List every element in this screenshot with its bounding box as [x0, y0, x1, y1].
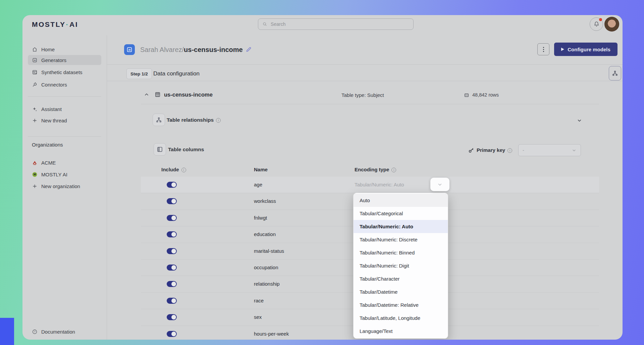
organizations-heading: Organizations [32, 142, 63, 148]
encoding-dropdown-trigger[interactable] [430, 178, 449, 191]
sidebar-item-connectors[interactable]: Connectors [28, 79, 101, 90]
connectors-icon [32, 82, 38, 88]
table-relationships-label: Table relationshipsi [167, 117, 221, 123]
include-toggle[interactable] [167, 298, 177, 304]
row-count-label: 48,842 rows [472, 92, 499, 98]
sidebar-item-home[interactable]: Home [28, 44, 101, 54]
table-relationships-text: Table relationships [167, 117, 214, 123]
collapse-table-icon[interactable] [144, 92, 150, 98]
page-title: Data configuration [153, 70, 200, 77]
relationships-icon-box [153, 114, 165, 126]
svg-text:?: ? [34, 330, 36, 333]
sidebar-item-label: Synthetic datasets [41, 69, 83, 75]
primary-key-value: - [523, 148, 524, 153]
chevron-down-icon [437, 182, 443, 187]
sidebar-item-label: Generators [41, 57, 66, 63]
encoding-option-tabular-numeric-digit[interactable]: Tabular/Numeric: Digit [354, 259, 448, 272]
encoding-column-header: Encoding typei [355, 167, 396, 172]
sidebar-item-new-thread[interactable]: New thread [28, 115, 101, 125]
primary-key-select[interactable]: - [518, 144, 581, 156]
encoding-option-tabular-datetime[interactable]: Tabular/Datetime [354, 285, 448, 298]
bell-icon [593, 21, 600, 28]
search-input[interactable] [271, 21, 409, 27]
logo-dot: · [66, 20, 70, 28]
include-toggle[interactable] [167, 265, 177, 271]
step-divider [107, 81, 623, 81]
sidebar-item-documentation[interactable]: ?Documentation [28, 327, 101, 337]
sidebar-item-mostly-ai[interactable]: MMOSTLY AI [28, 169, 101, 179]
column-name: workclass [254, 198, 276, 204]
encoding-option-tabular-latitude-longitude[interactable]: Tabular/Latitude, Longitude [354, 311, 448, 325]
desktop-accent-square [0, 318, 14, 345]
generator-type-chip: AI [124, 44, 135, 55]
more-actions-button[interactable] [537, 43, 549, 55]
table-section-divider [141, 104, 599, 104]
column-name: relationship [254, 281, 280, 287]
encoding-option-tabular-character[interactable]: Tabular/Character [354, 272, 448, 285]
encoding-option-tabular-numeric-binned[interactable]: Tabular/Numeric: Binned [354, 246, 448, 259]
sidebar-divider [28, 136, 101, 137]
table-icon [155, 92, 161, 98]
info-icon[interactable]: i [216, 118, 221, 123]
header-divider [107, 64, 623, 65]
ai-chip-icon: AI [126, 46, 133, 53]
encoding-option-language-text[interactable]: Language/Text [354, 325, 448, 338]
table-name: us-census-income [164, 92, 213, 98]
info-icon[interactable]: i [181, 168, 186, 172]
desktop-background: MOSTLY·AI HomeAIGeneratorsSynthetic data… [0, 0, 644, 345]
svg-text:M: M [34, 173, 36, 176]
edit-name-icon[interactable] [246, 46, 252, 53]
encoding-option-auto[interactable]: Auto [354, 194, 448, 207]
include-toggle[interactable] [167, 248, 177, 254]
sidebar-item-new-organization[interactable]: New organization [28, 181, 101, 191]
encoding-header-text: Encoding type [355, 167, 389, 172]
table-row-age: ageTabular/Numeric: Auto [141, 177, 599, 193]
configure-models-button[interactable]: Configure models [554, 43, 618, 56]
encoding-value[interactable]: Tabular/Numeric: Auto [355, 182, 404, 187]
model-configuration-button[interactable] [609, 66, 621, 80]
search-icon [262, 21, 267, 27]
logo-part2: AI [69, 20, 78, 28]
svg-text:AI: AI [34, 59, 36, 61]
notifications-button[interactable] [590, 17, 603, 31]
primary-key-icon [468, 147, 474, 153]
sidebar-item-label: Assistant [41, 106, 62, 112]
columns-icon-box [154, 143, 166, 156]
encoding-option-tabular-numeric-auto[interactable]: Tabular/Numeric: Auto [354, 220, 448, 233]
encoding-option-tabular-numeric-discrete[interactable]: Tabular/Numeric: Discrete [354, 233, 448, 246]
include-toggle[interactable] [167, 314, 177, 320]
table-columns-label: Table columns [168, 147, 204, 153]
include-toggle[interactable] [167, 198, 177, 204]
name-column-header: Name [254, 167, 268, 172]
row-count-icon [464, 93, 469, 98]
breadcrumb-owner[interactable]: Sarah Alvarez/ [140, 46, 184, 53]
include-toggle[interactable] [167, 215, 177, 221]
sidebar-item-generators[interactable]: AIGenerators [28, 55, 101, 65]
column-name: marital-status [254, 248, 284, 254]
synthetic-datasets-icon [32, 69, 38, 75]
expand-relationships-icon[interactable] [577, 118, 582, 123]
unread-notification-dot [599, 18, 602, 21]
include-toggle[interactable] [167, 182, 177, 188]
sidebar-item-synthetic-datasets[interactable]: Synthetic datasets [28, 67, 101, 77]
encoding-option-tabular-datetime-relative[interactable]: Tabular/Datetime: Relative [354, 298, 448, 311]
sidebar-item-label: Home [41, 47, 55, 52]
chevron-down-icon [572, 148, 577, 153]
user-avatar[interactable] [604, 17, 619, 32]
encoding-option-tabular-categorical[interactable]: Tabular/Categorical [354, 207, 448, 220]
sidebar-item-acme[interactable]: ACME [28, 158, 101, 168]
include-toggle[interactable] [167, 231, 177, 237]
plus-icon [32, 183, 38, 189]
column-name: fnlwgt [254, 215, 267, 221]
sidebar-item-label: New organization [41, 183, 80, 189]
model-tree-icon [612, 70, 618, 76]
global-search[interactable] [258, 18, 414, 30]
sidebar-divider [28, 96, 101, 97]
encoding-dropdown-menu: AutoTabular/CategoricalTabular/Numeric: … [353, 193, 448, 339]
info-icon[interactable]: i [391, 168, 396, 172]
include-toggle[interactable] [167, 281, 177, 287]
relationships-icon [156, 117, 162, 123]
sidebar-item-assistant[interactable]: Assistant [28, 104, 101, 114]
include-toggle[interactable] [167, 331, 177, 337]
info-icon[interactable]: i [507, 148, 512, 153]
